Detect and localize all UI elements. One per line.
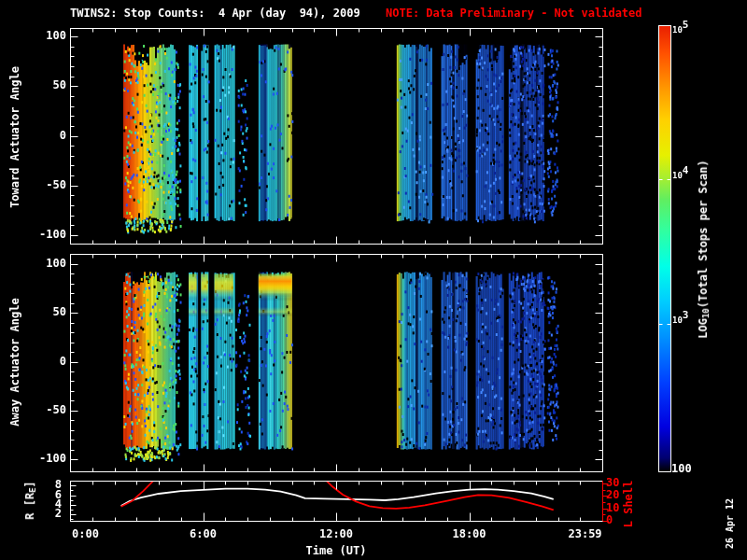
tick-label: 100: [671, 463, 692, 475]
tick-label: 103: [672, 314, 688, 327]
colorbar-tick-exponent: 5: [683, 19, 689, 31]
tick-label: 6:00: [190, 528, 217, 540]
tick-label: 0: [60, 356, 66, 368]
tick-label: 20: [606, 489, 619, 501]
tick-label: 100: [46, 30, 66, 42]
tick-label: 50: [53, 79, 66, 91]
r-axis-label: R [RE]: [24, 481, 39, 520]
tick-label: 18:00: [452, 528, 486, 540]
colorbar-tick-base: 10: [672, 315, 683, 325]
colorbar-tick-exponent: 4: [683, 164, 689, 176]
colorbar-tick-exponent: 3: [683, 309, 689, 321]
tick-label: 105: [672, 23, 688, 36]
tick-label: 30: [606, 477, 619, 489]
tick-label: 12:00: [319, 528, 353, 540]
tick-label: 50: [53, 306, 66, 318]
preliminary-note: NOTE: Data Preliminary - Not validated: [386, 7, 642, 20]
colorbar-tick-base: 10: [672, 171, 683, 180]
tick-label: 10: [606, 502, 619, 514]
x-axis-title: Time (UT): [305, 545, 366, 557]
lshell-axis-label: L Shell: [623, 481, 635, 528]
tick-label: 2: [55, 508, 62, 520]
tick-label: 0: [606, 514, 613, 526]
away-axis-label: Away Actuator Angle: [9, 298, 21, 426]
tick-label: -50: [46, 404, 66, 416]
tick-label: 0: [60, 130, 66, 142]
date-stamp: 26 Apr 12: [724, 498, 736, 549]
figure: TWINS2: Stop Counts: 4 Apr (day 94), 200…: [0, 0, 747, 560]
page-title: TWINS2: Stop Counts: 4 Apr (day 94), 200…: [70, 7, 360, 20]
tick-label: -50: [46, 179, 66, 191]
colorbar-label: LOG10(Total Stops per Scan): [698, 160, 712, 338]
tick-label: -100: [39, 229, 66, 241]
colorbar-tick-base: 10: [672, 25, 683, 35]
tick-label: 0:00: [72, 528, 99, 540]
tick-label: -100: [39, 453, 66, 465]
tick-label: 100: [46, 258, 66, 270]
tick-label: 104: [672, 169, 688, 182]
plot-canvas: [0, 0, 747, 560]
tick-label: 23:59: [568, 528, 601, 540]
toward-axis-label: Toward Actuator Angle: [9, 66, 21, 208]
